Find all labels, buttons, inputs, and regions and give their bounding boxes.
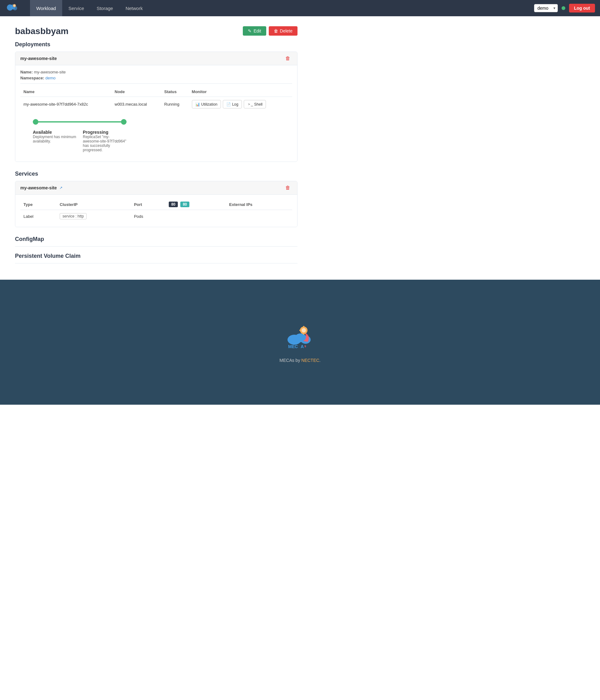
timeline-progressing-title: Progressing	[83, 130, 127, 135]
navbar: Workload Service Storage Network demo Lo…	[0, 0, 600, 16]
service-card-title: my-awesome-site	[20, 185, 57, 190]
nav-network[interactable]: Network	[119, 0, 149, 16]
timeline-track	[33, 119, 127, 125]
brand-logo-area	[5, 1, 27, 15]
deployment-delete-button[interactable]: 🗑	[283, 55, 292, 62]
svg-rect-12	[299, 330, 301, 331]
pod-name: my-awesome-site-97f7dd964-7x82c	[20, 97, 111, 112]
namespace-select[interactable]: demo	[534, 4, 558, 12]
footer-logo-area: MEC A s MECAs by NECTEC.	[279, 322, 320, 363]
services-card-header: my-awesome-site ↗ 🗑	[15, 181, 297, 195]
services-section-title: Services	[15, 171, 298, 177]
col-clusterip: ClusterIP	[56, 199, 131, 210]
log-icon: 📄	[226, 102, 231, 106]
chart-icon: 📊	[195, 102, 200, 106]
deployment-name-row: Name: my-awesome-site	[20, 70, 292, 74]
table-row: Label service : http Pods	[20, 210, 292, 223]
col-monitor: Monitor	[189, 87, 292, 97]
trash-icon: 🗑	[274, 28, 278, 33]
port-badge-80-dark: 80	[169, 202, 178, 207]
deployment-card-title: my-awesome-site	[20, 56, 57, 61]
pod-status: Running	[161, 97, 189, 112]
pvc-section-title: Persistent Volume Claim	[15, 253, 298, 259]
nav-workload[interactable]: Workload	[30, 0, 62, 16]
page-title: babasbbyam	[15, 26, 69, 36]
utilization-button[interactable]: 📊 Utilization	[192, 100, 221, 108]
brand-logo-icon	[5, 1, 19, 15]
deployment-card-body: Name: my-awesome-site Namespace: demo Na…	[15, 65, 297, 161]
svg-rect-11	[303, 333, 304, 335]
deployment-timeline: Available Deployment has minimum availab…	[20, 111, 292, 157]
label-badge: service : http	[60, 213, 86, 219]
edit-button[interactable]: ✎ Edit	[243, 26, 266, 35]
services-header-row: Type ClusterIP Port 80 80 External IPs	[20, 199, 292, 210]
deployments-section-title: Deployments	[15, 41, 298, 48]
footer-logo-icon: MEC A s	[281, 322, 319, 353]
port-badge-80-teal: 80	[180, 202, 190, 207]
svg-text:s: s	[304, 344, 306, 348]
card-divider-1	[20, 83, 292, 84]
service-delete-button[interactable]: 🗑	[283, 184, 292, 191]
footer-text-prefix: MECAs by	[279, 358, 301, 363]
service-port-value	[166, 210, 226, 223]
namespace-select-wrap[interactable]: demo	[534, 4, 558, 12]
header-actions: ✎ Edit 🗑 Delete	[243, 26, 298, 35]
services-card: my-awesome-site ↗ 🗑 Type ClusterIP Port …	[15, 181, 298, 227]
col-name: Name	[20, 87, 111, 97]
pods-table-header: Name Node Status Monitor	[20, 87, 292, 97]
footer: MEC A s MECAs by NECTEC.	[0, 280, 600, 405]
pods-table: Name Node Status Monitor my-awesome-site…	[20, 87, 292, 111]
col-type: Type	[20, 199, 56, 210]
deployment-card-header: my-awesome-site 🗑	[15, 52, 297, 65]
delete-button[interactable]: 🗑 Delete	[269, 26, 298, 35]
pod-monitor: 📊 Utilization 📄 Log ＞_ Shell	[189, 97, 292, 112]
timeline-available-desc: Deployment has minimum availability.	[33, 135, 77, 144]
svg-text:A: A	[301, 344, 304, 349]
col-node: Node	[111, 87, 161, 97]
svg-point-4	[14, 5, 15, 6]
pod-node: w003.mecas.local	[111, 97, 161, 112]
services-card-body: Type ClusterIP Port 80 80 External IPs L…	[15, 195, 297, 227]
status-indicator	[561, 6, 565, 10]
page-header: babasbbyam ✎ Edit 🗑 Delete	[15, 26, 298, 38]
name-label: Name:	[20, 70, 33, 74]
timeline-dot-start	[33, 119, 39, 125]
timeline-dot-end	[121, 119, 127, 125]
nav-storage[interactable]: Storage	[90, 0, 119, 16]
deployment-name: my-awesome-site	[34, 70, 66, 74]
service-type: Label	[20, 210, 56, 223]
table-row: my-awesome-site-97f7dd964-7x82c w003.mec…	[20, 97, 292, 112]
col-external-ips: External IPs	[226, 199, 292, 210]
timeline-progressing: Progressing ReplicaSet "my-awesome-site-…	[83, 130, 127, 152]
svg-rect-13	[306, 330, 307, 331]
nav-service[interactable]: Service	[62, 0, 90, 16]
svg-point-9	[302, 328, 306, 332]
footer-nectec: NECTEC	[301, 358, 319, 363]
namespace-label: Namespace:	[20, 76, 44, 80]
namespace-link[interactable]: demo	[45, 76, 56, 80]
edit-icon: ✎	[248, 28, 252, 33]
footer-text: MECAs by NECTEC.	[279, 358, 320, 363]
shell-button[interactable]: ＞_ Shell	[244, 100, 266, 108]
external-link-icon[interactable]: ↗	[59, 185, 62, 190]
pods-table-body: my-awesome-site-97f7dd964-7x82c w003.mec…	[20, 97, 292, 112]
service-pods: Pods	[131, 210, 166, 223]
deployment-namespace-row: Namespace: demo	[20, 76, 292, 80]
terminal-icon: ＞_	[247, 102, 253, 107]
logout-button[interactable]: Log out	[569, 4, 595, 12]
services-table-header: Type ClusterIP Port 80 80 External IPs	[20, 199, 292, 210]
timeline-available-title: Available	[33, 130, 77, 135]
timeline-available: Available Deployment has minimum availab…	[33, 130, 77, 152]
log-button[interactable]: 📄 Log	[223, 100, 242, 108]
col-status: Status	[161, 87, 189, 97]
service-label-tag: service : http	[56, 210, 131, 223]
configmap-section-title: ConfigMap	[15, 236, 298, 243]
service-external-ips	[226, 210, 292, 223]
monitor-buttons: 📊 Utilization 📄 Log ＞_ Shell	[192, 100, 289, 108]
pvc-divider	[15, 263, 298, 264]
services-table-body: Label service : http Pods	[20, 210, 292, 223]
pods-table-header-row: Name Node Status Monitor	[20, 87, 292, 97]
configmap-divider	[15, 246, 298, 247]
timeline-line	[39, 121, 121, 123]
footer-text-suffix: .	[319, 358, 321, 363]
